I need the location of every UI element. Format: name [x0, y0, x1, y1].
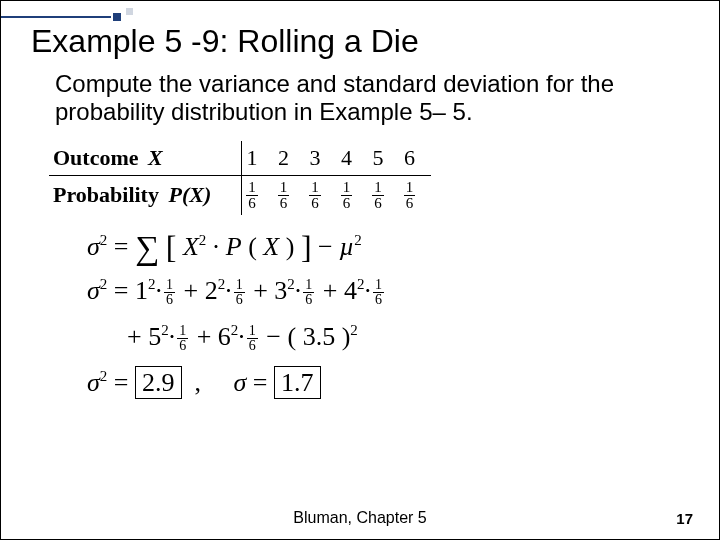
decor-square-dark [113, 13, 121, 21]
prob-label-text: Probability [53, 182, 159, 207]
variance-expansion-line1: σ2 = 12·16 + 22·16 + 32·16 + 42·16 [87, 277, 697, 307]
outcome-cell: 5 [368, 141, 400, 176]
equation-block: σ2 = ∑ [ X2 · P ( X ) ] − µ2 σ2 = 12·16 … [87, 227, 697, 396]
footer-source: Bluman, Chapter 5 [1, 509, 719, 527]
prob-cell: 16 [242, 175, 274, 215]
prob-cell: 16 [274, 175, 306, 215]
probability-table: Outcome X 1 2 3 4 5 6 Probability P(X) 1… [49, 141, 431, 215]
stdev-value: 1.7 [274, 366, 321, 399]
decor-square-light [126, 8, 133, 15]
table-row: Probability P(X) 16 16 16 16 16 16 [49, 175, 431, 215]
row-label-probability: Probability P(X) [49, 175, 242, 215]
variance-expansion-line2: + 52·16 + 62·16 − ( 3.5 )2 [127, 323, 697, 353]
sigma-sum-icon: ∑ [135, 229, 159, 266]
outcome-cell: 4 [337, 141, 369, 176]
outcome-label-text: Outcome [53, 145, 139, 170]
footer-page-number: 17 [676, 510, 693, 527]
outcome-cell: 1 [242, 141, 274, 176]
prob-cell: 16 [400, 175, 432, 215]
row-label-outcome: Outcome X [49, 141, 242, 176]
variance-value: 2.9 [135, 366, 182, 399]
prob-cell: 16 [337, 175, 369, 215]
outcome-cell: 2 [274, 141, 306, 176]
decor-line [1, 16, 111, 18]
outcome-cell: 6 [400, 141, 432, 176]
table-row: Outcome X 1 2 3 4 5 6 [49, 141, 431, 176]
prob-var: P(X) [168, 182, 211, 207]
slide-title: Example 5 -9: Rolling a Die [31, 23, 697, 60]
prob-cell: 16 [368, 175, 400, 215]
variance-formula: σ2 = ∑ [ X2 · P ( X ) ] − µ2 [87, 227, 697, 261]
slide: Example 5 -9: Rolling a Die Compute the … [0, 0, 720, 540]
variance-result: σ2 = 2.9 , σ = 1.7 [87, 369, 697, 396]
outcome-var: X [148, 145, 163, 170]
slide-prompt: Compute the variance and standard deviat… [55, 70, 687, 127]
outcome-cell: 3 [305, 141, 337, 176]
prob-cell: 16 [305, 175, 337, 215]
